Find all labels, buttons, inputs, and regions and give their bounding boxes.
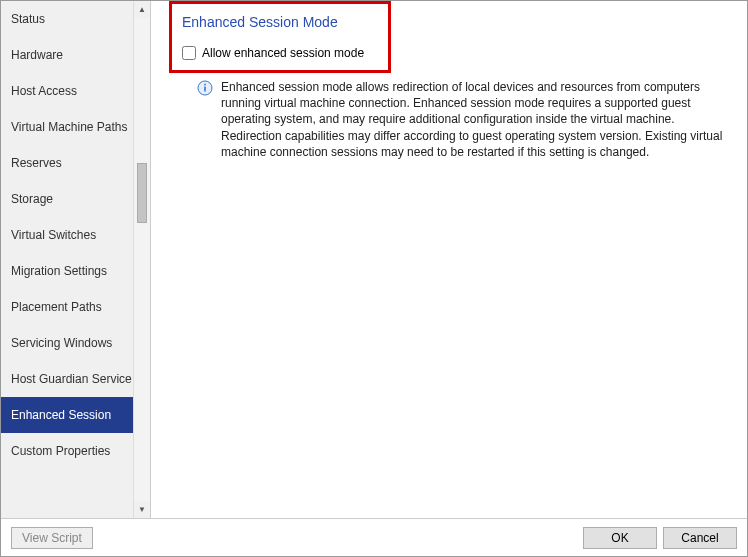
sidebar-scrollbar[interactable]: ▲ ▼: [133, 1, 150, 518]
allow-enhanced-session-label[interactable]: Allow enhanced session mode: [202, 46, 364, 60]
highlight-annotation: Enhanced Session Mode Allow enhanced ses…: [169, 1, 391, 73]
sidebar-item-reserves[interactable]: Reserves: [1, 145, 150, 181]
info-icon: [197, 80, 213, 96]
sidebar-item-placement-paths[interactable]: Placement Paths: [1, 289, 150, 325]
sidebar-item-status[interactable]: Status: [1, 1, 150, 37]
sidebar-item-host-guardian-service[interactable]: Host Guardian Service: [1, 361, 150, 397]
allow-enhanced-session-checkbox[interactable]: [182, 46, 196, 60]
scroll-up-button[interactable]: ▲: [134, 1, 150, 18]
scroll-track[interactable]: [134, 18, 150, 501]
sidebar-item-migration-settings[interactable]: Migration Settings: [1, 253, 150, 289]
sidebar-item-virtual-switches[interactable]: Virtual Switches: [1, 217, 150, 253]
properties-dialog: StatusHardwareHost AccessVirtual Machine…: [0, 0, 748, 557]
sidebar-item-custom-properties[interactable]: Custom Properties: [1, 433, 150, 469]
content-pane: Enhanced Session Mode Allow enhanced ses…: [151, 1, 747, 518]
section-title: Enhanced Session Mode: [182, 10, 378, 40]
sidebar-item-enhanced-session[interactable]: Enhanced Session: [1, 397, 150, 433]
svg-rect-1: [204, 87, 206, 92]
scroll-down-button[interactable]: ▼: [134, 501, 150, 518]
sidebar: StatusHardwareHost AccessVirtual Machine…: [1, 1, 151, 518]
view-script-button[interactable]: View Script: [11, 527, 93, 549]
dialog-body: StatusHardwareHost AccessVirtual Machine…: [1, 1, 747, 518]
dialog-footer: View Script OK Cancel: [1, 518, 747, 556]
sidebar-item-host-access[interactable]: Host Access: [1, 73, 150, 109]
svg-rect-2: [204, 84, 206, 86]
sidebar-item-storage[interactable]: Storage: [1, 181, 150, 217]
sidebar-scroll-area: StatusHardwareHost AccessVirtual Machine…: [1, 1, 150, 518]
sidebar-item-hardware[interactable]: Hardware: [1, 37, 150, 73]
scroll-thumb[interactable]: [137, 163, 147, 223]
description-text: Enhanced session mode allows redirection…: [221, 79, 729, 160]
sidebar-item-virtual-machine-paths[interactable]: Virtual Machine Paths: [1, 109, 150, 145]
ok-button[interactable]: OK: [583, 527, 657, 549]
sidebar-item-servicing-windows[interactable]: Servicing Windows: [1, 325, 150, 361]
cancel-button[interactable]: Cancel: [663, 527, 737, 549]
